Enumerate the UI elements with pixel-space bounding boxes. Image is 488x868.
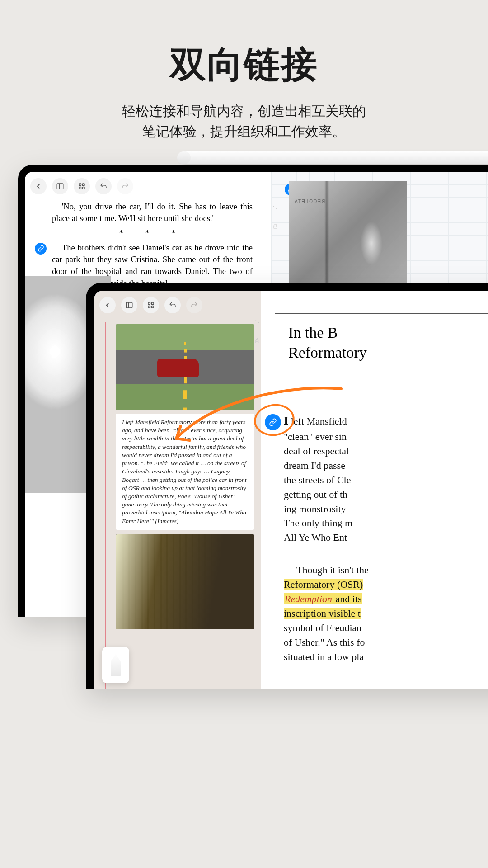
redo-button[interactable] bbox=[186, 297, 202, 313]
svg-rect-0 bbox=[57, 184, 63, 189]
chapter-rule bbox=[275, 313, 488, 314]
chapter-title: In the B Reformatory bbox=[261, 323, 488, 363]
toolbar-back bbox=[25, 172, 271, 201]
card2-image bbox=[116, 534, 254, 629]
redo-button[interactable] bbox=[117, 178, 133, 194]
note-card-1-text[interactable]: I left Mansfield Reformatory more than f… bbox=[116, 414, 254, 530]
svg-rect-11 bbox=[152, 306, 154, 308]
illustration-sign: RECOLETA bbox=[294, 199, 325, 204]
save-icon[interactable]: ⎙ bbox=[255, 337, 259, 344]
chapter-body-paragraph: Though it isn't the Reformatory (OSR) Re… bbox=[261, 563, 488, 664]
card1-image bbox=[116, 324, 254, 410]
link-badge-1[interactable] bbox=[35, 243, 47, 255]
undo-button[interactable] bbox=[95, 178, 112, 194]
svg-rect-6 bbox=[126, 302, 132, 308]
sidebar-button[interactable] bbox=[52, 178, 68, 194]
page-title: 双向链接 bbox=[0, 0, 488, 90]
apple-pencil-graphic bbox=[181, 151, 488, 164]
timeline-line bbox=[105, 322, 106, 689]
note-card-2[interactable] bbox=[116, 534, 254, 629]
svg-rect-9 bbox=[152, 302, 154, 305]
page-subtitle: 轻松连接和导航内容，创造出相互关联的 笔记体验，提升组织和工作效率。 bbox=[0, 101, 488, 142]
sidebar-button[interactable] bbox=[121, 297, 137, 313]
save-icon[interactable]: ⎙ bbox=[273, 222, 277, 230]
recoleta-illustration: RECOLETA bbox=[289, 181, 407, 285]
tablet-front: I left Mansfield Reformatory more than f… bbox=[86, 283, 488, 689]
toolbar-front bbox=[94, 291, 261, 320]
chapter-lead-paragraph: I left Mansfield "clean" ever sin deal o… bbox=[261, 412, 488, 545]
svg-rect-4 bbox=[79, 187, 81, 189]
grid-button[interactable] bbox=[74, 178, 90, 194]
back-button[interactable] bbox=[99, 297, 116, 313]
back-button[interactable] bbox=[30, 178, 47, 194]
svg-rect-10 bbox=[148, 306, 150, 308]
svg-rect-8 bbox=[148, 302, 150, 305]
swap-icon[interactable]: ⇋ bbox=[272, 203, 278, 211]
swap-icon[interactable]: ⇋ bbox=[254, 318, 260, 325]
undo-button[interactable] bbox=[164, 297, 181, 313]
svg-rect-3 bbox=[83, 184, 85, 186]
card1-excerpt: I left Mansfield Reformatory more than f… bbox=[116, 414, 254, 530]
grid-button[interactable] bbox=[143, 297, 159, 313]
pen-tool-dock-front[interactable] bbox=[102, 647, 129, 683]
pane-side-controls-front: ⇋ ⎙ bbox=[253, 318, 261, 344]
book-paragraph-1: 'No, you drive the car, I'll do it. She … bbox=[25, 201, 271, 225]
svg-rect-2 bbox=[79, 184, 81, 186]
section-break: * * * bbox=[25, 227, 271, 239]
svg-rect-5 bbox=[83, 187, 85, 189]
note-card-1[interactable] bbox=[116, 324, 254, 410]
pane-side-controls: ⇋ ⎙ bbox=[271, 203, 279, 230]
